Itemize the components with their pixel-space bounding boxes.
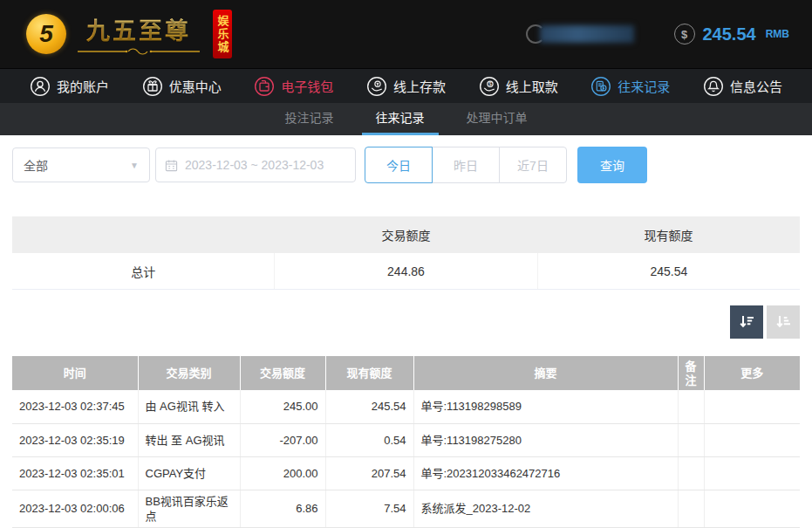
- balance-display[interactable]: $ 245.54 RMB: [674, 24, 790, 45]
- table-header-row: 时间 交易类别 交易额度 现有额度 摘要 备注 更多: [12, 356, 800, 390]
- username-blurred[interactable]: [526, 24, 634, 44]
- top-header: 5 九五至尊 娱乐城 $ 245.54 RMB: [0, 0, 812, 68]
- brand-logo-icon: 5: [26, 14, 66, 54]
- cell-summary: 单号:113198298589: [413, 390, 678, 423]
- cell-more: [704, 490, 800, 527]
- col-header-time: 时间: [12, 356, 138, 390]
- summary-total-row: 总计 244.86 245.54: [12, 253, 800, 290]
- brand-logo[interactable]: 5 九五至尊 娱乐城: [26, 10, 232, 58]
- nav-label: 信息公告: [730, 77, 782, 95]
- summary-header-row: 交易额度 现有额度: [12, 216, 800, 253]
- type-select[interactable]: 全部 ▼: [12, 147, 150, 182]
- col-header-more: 更多: [704, 356, 800, 390]
- col-header-balance: 现有额度: [325, 356, 413, 390]
- tab-transaction-records[interactable]: 往来记录: [362, 103, 439, 135]
- cell-time: 2023-12-03 02:37:45: [12, 390, 138, 423]
- nav-label: 优惠中心: [169, 77, 222, 95]
- dollar-circle-icon: $: [674, 24, 695, 45]
- svg-text:$: $: [488, 81, 491, 86]
- cell-remark: [678, 490, 704, 527]
- cell-balance: 207.54: [325, 456, 413, 490]
- sort-ascending-button[interactable]: [767, 305, 800, 339]
- balance-amount: 245.54: [703, 24, 756, 45]
- nav-item-e-wallet[interactable]: 电子钱包: [254, 76, 333, 97]
- cell-type: BB视讯百家乐返点: [138, 490, 240, 527]
- col-header-trade-amount: 交易额度: [240, 356, 325, 390]
- bell-icon: [703, 76, 724, 97]
- cell-balance: 245.54: [325, 390, 413, 423]
- brand-badge: 娱乐城: [213, 10, 232, 58]
- transactions-table: 时间 交易类别 交易额度 现有额度 摘要 备注 更多 2023-12-03 02…: [12, 356, 800, 528]
- cell-balance: 7.54: [325, 490, 413, 527]
- summary-trade-total: 244.86: [275, 253, 537, 289]
- cell-more: [704, 423, 800, 456]
- chevron-down-icon: ▼: [130, 161, 139, 170]
- nav-item-announcements[interactable]: 信息公告: [703, 76, 782, 97]
- nav-item-online-deposit[interactable]: 线上存款: [366, 76, 446, 97]
- cell-trade-amount: -207.00: [240, 423, 325, 456]
- table-row: 2023-12-03 02:35:19 转出 至 AG视讯 -207.00 0.…: [12, 423, 800, 456]
- search-button[interactable]: 查询: [577, 147, 647, 183]
- brand-title: 九五至尊: [86, 12, 191, 46]
- cell-time: 2023-12-03 02:35:19: [12, 423, 138, 456]
- cell-type: 由 AG视讯 转入: [138, 390, 240, 423]
- cell-remark: [678, 423, 704, 456]
- table-row: 2023-12-03 02:00:06 BB视讯百家乐返点 6.86 7.54 …: [12, 490, 800, 527]
- deposit-icon: [366, 76, 387, 97]
- cell-type: CGPAY支付: [138, 456, 240, 490]
- nav-item-online-withdraw[interactable]: $ 线上取款: [479, 76, 558, 97]
- brand-flourish-icon: [73, 47, 204, 56]
- summary-header-empty: [12, 216, 275, 253]
- yesterday-button[interactable]: 昨日: [432, 147, 500, 183]
- date-range-input[interactable]: 2023-12-03 ~ 2023-12-03: [155, 147, 356, 182]
- cell-time: 2023-12-03 02:00:06: [12, 490, 138, 527]
- cell-trade-amount: 6.86: [240, 490, 325, 527]
- summary-total-label: 总计: [12, 253, 275, 289]
- tab-pending-orders[interactable]: 处理中订单: [453, 103, 542, 135]
- today-button[interactable]: 今日: [365, 147, 433, 183]
- cell-remark: [678, 456, 704, 490]
- col-header-summary: 摘要: [413, 356, 678, 390]
- wallet-icon: [254, 76, 275, 97]
- sort-toolbar: [0, 305, 800, 339]
- table-row: 2023-12-03 02:35:01 CGPAY支付 200.00 207.5…: [12, 456, 800, 490]
- summary-header-trade: 交易额度: [275, 216, 537, 253]
- nav-label: 我的账户: [57, 77, 109, 95]
- quick-range-group: 今日 昨日 近7日: [365, 147, 567, 183]
- nav-label: 线上存款: [393, 77, 446, 95]
- summary-balance-total: 245.54: [538, 253, 800, 289]
- records-icon: [590, 76, 611, 97]
- nav-item-my-account[interactable]: 我的账户: [30, 76, 109, 97]
- summary-table: 交易额度 现有额度 总计 244.86 245.54: [12, 216, 800, 290]
- col-header-remark: 备注: [678, 356, 704, 390]
- nav-label: 电子钱包: [281, 77, 333, 95]
- sort-descending-button[interactable]: [730, 305, 763, 339]
- cell-time: 2023-12-03 02:35:01: [12, 456, 138, 490]
- sub-nav: 投注记录 往来记录 处理中订单: [0, 103, 812, 135]
- col-header-type: 交易类别: [138, 356, 240, 390]
- cell-more: [704, 390, 800, 423]
- nav-item-transaction-records[interactable]: 往来记录: [590, 76, 670, 97]
- sort-descending-icon: [736, 312, 757, 333]
- cell-summary: 系统派发_2023-12-02: [413, 490, 678, 527]
- cell-more: [704, 456, 800, 490]
- main-nav: 我的账户 优惠中心 电子钱包 线上存款: [0, 68, 812, 103]
- nav-item-promotions[interactable]: 优惠中心: [142, 76, 222, 97]
- cell-trade-amount: 200.00: [240, 456, 325, 490]
- calendar-icon: [165, 159, 178, 172]
- nav-label: 线上取款: [506, 77, 558, 95]
- summary-header-balance: 现有额度: [537, 216, 800, 253]
- last7days-button[interactable]: 近7日: [499, 147, 567, 183]
- cell-remark: [678, 390, 704, 423]
- tab-bet-records[interactable]: 投注记录: [271, 103, 348, 135]
- date-range-value: 2023-12-03 ~ 2023-12-03: [185, 158, 324, 172]
- balance-currency: RMB: [766, 28, 789, 40]
- username-redacted-box: [540, 25, 634, 43]
- filter-bar: 全部 ▼ 2023-12-03 ~ 2023-12-03 今日 昨日 近7日 查…: [12, 147, 800, 183]
- user-icon: [30, 76, 51, 97]
- cell-type: 转出 至 AG视讯: [138, 423, 240, 456]
- sort-ascending-icon: [773, 312, 794, 333]
- cell-trade-amount: 245.00: [240, 390, 325, 423]
- table-row: 2023-12-03 02:37:45 由 AG视讯 转入 245.00 245…: [12, 390, 800, 423]
- cell-balance: 0.54: [325, 423, 413, 456]
